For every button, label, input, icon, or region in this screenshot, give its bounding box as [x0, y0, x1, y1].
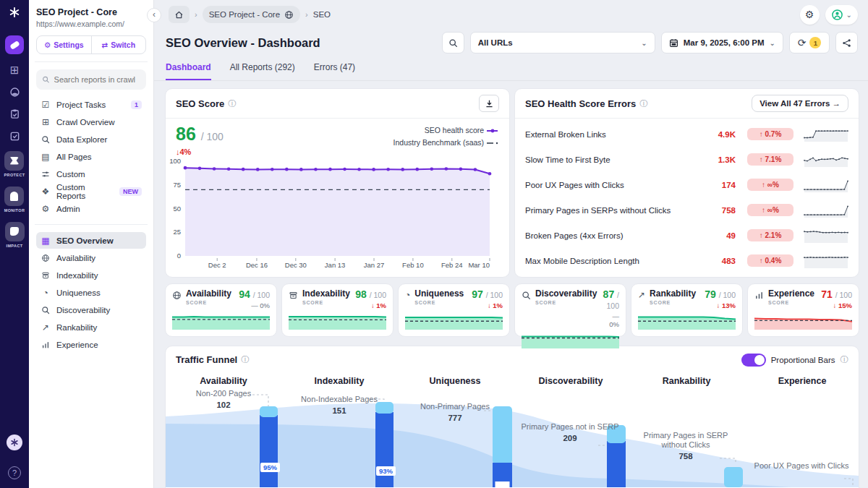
impact-icon: [10, 227, 19, 236]
sidebar-item-experience[interactable]: Experience: [36, 336, 146, 353]
hash-button[interactable]: [7, 435, 22, 450]
proportional-bars-toggle[interactable]: [741, 354, 766, 367]
grid-filled-icon: ▦: [41, 236, 51, 246]
sidebar-item-crawl-overview[interactable]: ⊞ Crawl Overview: [36, 114, 146, 130]
errors-card-title: SEO Health Score Errors: [525, 98, 636, 109]
error-row[interactable]: External Broken Links 4.9K ↑ 0.7%: [515, 121, 859, 147]
chevron-down-icon: ⌄: [641, 39, 647, 47]
discoverability-score-card[interactable]: DiscoverabilitySCORE 87 / 100 — 0%: [514, 283, 626, 337]
help-button[interactable]: ?: [8, 466, 21, 479]
share-button[interactable]: [835, 32, 858, 53]
info-icon[interactable]: ⓘ: [241, 354, 250, 365]
indexability-score-card[interactable]: IndexabilitySCORE 98 / 100 ↓ 1%: [281, 283, 393, 337]
search-icon: [522, 290, 531, 300]
sidebar-collapse-button[interactable]: ‹: [147, 8, 161, 22]
refresh-icon: ⟳: [798, 37, 807, 48]
active-app-button[interactable]: [5, 35, 24, 54]
view-all-errors-button[interactable]: View All 47 Errors →: [752, 95, 848, 112]
grid-apps-icon[interactable]: ⊞: [10, 64, 20, 75]
sidebar-item-seo-overview[interactable]: ▦ SEO Overview: [36, 232, 146, 249]
rail-group-monitor[interactable]: MONITOR: [4, 187, 25, 213]
change-badge: ↑ 0.4%: [747, 254, 793, 267]
funnel-col-uniqueness: Uniqueness: [397, 376, 513, 386]
sidebar-item-custom[interactable]: Custom: [36, 166, 146, 182]
error-sparkline: [804, 203, 848, 218]
settings-button[interactable]: ⚙ Settings: [37, 36, 91, 53]
change-badge: ↑ 0.7%: [747, 128, 793, 140]
sidebar-item-admin[interactable]: ⚙ Admin: [36, 200, 146, 217]
svg-text:Dec 2: Dec 2: [208, 261, 226, 269]
sidebar-item-all-pages[interactable]: ▤ All Pages: [36, 148, 146, 165]
sidebar-item-rankability[interactable]: ↗ Rankability: [36, 319, 146, 335]
funnel-pass-badge: 93%: [376, 466, 396, 476]
clipboard-icon[interactable]: [9, 108, 20, 120]
benchmark-legend-marker: [486, 140, 499, 146]
protect-icon: [9, 157, 19, 165]
sidebar-item-data-explorer[interactable]: Data Explorer: [36, 131, 146, 147]
sidebar-search-input[interactable]: [54, 75, 140, 84]
rankability-trend-chart: [638, 312, 736, 330]
refresh-button[interactable]: ⟳ 1: [789, 32, 830, 53]
funnel-pass-badge: 95%: [260, 463, 280, 472]
download-icon: [485, 99, 494, 108]
breadcrumb-home[interactable]: [169, 6, 190, 23]
home-icon: [174, 10, 184, 20]
switch-button[interactable]: ⇄ Switch: [91, 36, 146, 53]
breadcrumb-project[interactable]: SEO Project - Core: [203, 6, 300, 23]
funnel-col-rankability: Rankability: [629, 376, 744, 386]
experience-score-card[interactable]: ExperienceSCORE 71 / 100 ↓ 15%: [747, 283, 859, 337]
page-header: SEO Overview - Dashboard All URLs ⌄ Mar …: [154, 29, 868, 53]
sidebar-item-indexability[interactable]: Indexability: [36, 267, 146, 283]
bar-chart-icon: [41, 340, 51, 350]
sidebar-item-uniqueness[interactable]: ◔ Uniqueness: [36, 284, 146, 301]
date-select[interactable]: Mar 9, 2025, 6:00 PM ⌄: [661, 32, 783, 53]
error-row[interactable]: Max Mobile Description Length 483 ↑ 0.4%: [515, 248, 859, 273]
error-row[interactable]: Broken Pages (4xx Errors) 49 ↑ 2.1%: [515, 223, 859, 248]
globe-icon: [284, 10, 294, 20]
uptime-icon[interactable]: [9, 85, 20, 98]
settings-gear-button[interactable]: ⚙: [800, 5, 820, 25]
availability-score-card[interactable]: AvailabilitySCORE 94 / 100 — 0%: [165, 283, 277, 337]
toggle-label: Proportional Bars: [771, 356, 835, 364]
chart-legend: SEO health score Industry Benchmark (saa…: [393, 124, 499, 156]
svg-text:Jan 27: Jan 27: [364, 261, 385, 269]
rail-group-protect[interactable]: PROTECT: [4, 151, 25, 177]
availability-trend-chart: [172, 312, 270, 330]
sidebar-search[interactable]: [36, 69, 146, 90]
app-logo-icon[interactable]: [9, 7, 20, 18]
funnel-stage-label: Primary Pages not in SERP209: [516, 422, 624, 443]
tab-all-reports[interactable]: All Reports (292): [230, 62, 295, 80]
gear-icon: ⚙: [44, 40, 51, 49]
error-row[interactable]: Poor UX Pages with Clicks 174 ↑ ∞%: [515, 172, 859, 197]
sidebar-item-project-tasks[interactable]: ☑ Project Tasks 1: [36, 96, 146, 113]
error-row[interactable]: Slow Time to First Byte 1.3K ↑ 7.1%: [515, 147, 859, 172]
info-icon[interactable]: ⓘ: [841, 354, 849, 365]
download-button[interactable]: [479, 95, 499, 112]
sidebar-item-availability[interactable]: Availability: [36, 249, 146, 266]
check-square-icon[interactable]: [9, 129, 20, 142]
error-row[interactable]: Primary Pages in SERPs without Clicks 75…: [515, 197, 859, 223]
trend-up-icon: ↗: [41, 322, 51, 333]
indexability-trend-chart: [289, 312, 386, 330]
tab-dashboard[interactable]: Dashboard: [166, 62, 211, 80]
uniqueness-score-card[interactable]: ◔ UniquenessSCORE 97 / 100 ↓ 1%: [398, 283, 510, 337]
search-button[interactable]: [442, 32, 464, 53]
sidebar-item-custom-reports[interactable]: ❖ Custom Reports NEW: [36, 183, 146, 200]
tasks-icon: ☑: [41, 100, 51, 110]
health-score-errors-card: SEO Health Score Errors ⓘ View All 47 Er…: [514, 88, 859, 278]
info-icon[interactable]: ⓘ: [639, 98, 648, 109]
pie-icon: ◔: [405, 290, 410, 300]
rail-group-impact[interactable]: IMPACT: [5, 222, 25, 248]
new-badge: NEW: [119, 187, 142, 196]
seo-score-value: 86 / 100: [176, 124, 224, 146]
rankability-score-card[interactable]: ↗ RankabilitySCORE 79 / 100 ↓ 13%: [631, 283, 743, 337]
protect-label: PROTECT: [4, 173, 25, 177]
monitor-label: MONITOR: [4, 208, 25, 213]
info-icon[interactable]: ⓘ: [228, 98, 237, 109]
sidebar-item-discoverability[interactable]: Discoverability: [36, 301, 146, 318]
account-menu[interactable]: ⌄: [825, 5, 858, 25]
monitor-icon: [10, 192, 18, 201]
tab-errors[interactable]: Errors (47): [314, 62, 355, 80]
url-filter-select[interactable]: All URLs ⌄: [470, 32, 655, 53]
chevron-down-icon: ⌄: [770, 39, 775, 47]
